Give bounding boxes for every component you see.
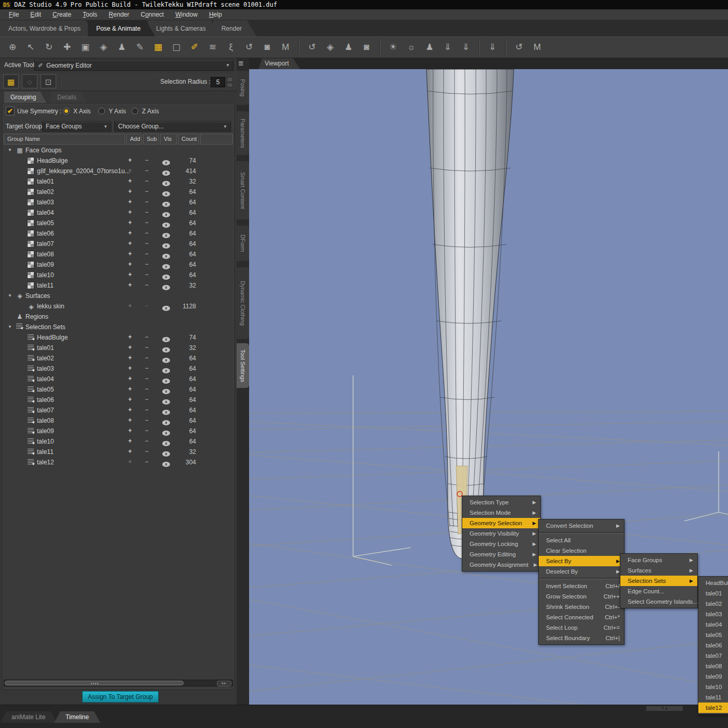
subtract-button[interactable]: −: [142, 333, 151, 341]
activity-tab-render[interactable]: Render: [213, 20, 256, 36]
menu-item-tale09[interactable]: tale09: [698, 671, 728, 682]
add-button[interactable]: +: [125, 209, 135, 216]
tree-row-tale01[interactable]: tale01+−32: [4, 176, 233, 187]
save-character-preset-icon[interactable]: ⇓: [485, 40, 500, 55]
menu-window[interactable]: Window: [170, 11, 203, 18]
add-button[interactable]: +: [125, 250, 135, 257]
subtract-button[interactable]: −: [142, 365, 151, 372]
menu-item-tale08[interactable]: tale08: [698, 661, 728, 671]
expander-icon[interactable]: ▼: [8, 148, 12, 152]
geometry-editor-tool-icon[interactable]: ✐: [187, 40, 202, 55]
tree-row-tale06[interactable]: tale06+−64: [4, 228, 233, 239]
column-header-filler[interactable]: [200, 134, 233, 145]
camera-small-icon[interactable]: ◙: [359, 40, 374, 55]
tab-animate-lite[interactable]: aniMate Lite: [0, 711, 57, 723]
menu-item-tale05[interactable]: tale05: [698, 630, 728, 640]
tab-grouping[interactable]: Grouping: [4, 92, 46, 103]
menu-item-selection-type[interactable]: Selection Type▶: [462, 497, 540, 508]
visibility-toggle[interactable]: [162, 460, 170, 469]
subtract-button[interactable]: −: [142, 406, 151, 413]
subtract-button[interactable]: −: [142, 157, 151, 164]
horizontal-scrollbar[interactable]: ◂▸: [4, 680, 233, 686]
rectangle-selection-tool-icon[interactable]: ▢: [169, 40, 184, 55]
add-button[interactable]: +: [125, 302, 135, 309]
camera-rotate-icon[interactable]: ↺: [305, 40, 319, 55]
subtract-button[interactable]: −: [142, 385, 151, 393]
add-button[interactable]: +: [125, 333, 135, 341]
tree-row-tale11[interactable]: tale11+−32: [4, 447, 233, 457]
pane-tab-posing[interactable]: Posing: [237, 71, 249, 105]
menu-item-geometry-editing[interactable]: Geometry Editing▶: [462, 549, 540, 560]
create-light-icon[interactable]: ☀: [386, 40, 400, 55]
add-button[interactable]: +: [125, 188, 135, 195]
add-button[interactable]: +: [125, 375, 135, 382]
scene-navigator-icon[interactable]: ⊕: [5, 40, 20, 55]
orbit-camera-tool-icon[interactable]: ↺: [242, 40, 256, 55]
subtract-button[interactable]: −: [142, 188, 151, 195]
subtract-button[interactable]: −: [142, 167, 151, 174]
subtract-button[interactable]: −: [142, 448, 151, 455]
subtract-button[interactable]: −: [142, 261, 151, 268]
add-button[interactable]: +: [125, 229, 135, 237]
subtract-button[interactable]: −: [142, 396, 151, 403]
add-button[interactable]: +: [125, 365, 135, 372]
menu-item-select-connected[interactable]: Select ConnectedCtrl+*: [539, 612, 624, 622]
menu-render[interactable]: Render: [103, 11, 135, 18]
pane-tab-tool-settings[interactable]: Tool Settings: [237, 343, 249, 388]
tree-row-tale10[interactable]: tale10+−64: [4, 270, 233, 280]
subtract-button[interactable]: −: [142, 281, 151, 289]
subtract-button[interactable]: −: [142, 417, 151, 424]
menu-item-geometry-selection[interactable]: Geometry Selection▶: [462, 518, 540, 528]
add-button[interactable]: +: [125, 406, 135, 413]
tree-row-headbulge[interactable]: HeadBulge+−74: [4, 332, 233, 343]
translate-tool-icon[interactable]: ✚: [60, 40, 74, 55]
pane-menu-icon[interactable]: ≣: [238, 59, 244, 67]
spot-render-tool-icon[interactable]: ◙: [260, 40, 275, 55]
tree-row-tale07[interactable]: tale07+−64: [4, 405, 233, 415]
viewport-3d[interactable]: [249, 69, 728, 705]
subtract-button[interactable]: −: [142, 354, 151, 361]
menu-item-headbulge[interactable]: HeadBulge: [698, 578, 728, 588]
column-header-count[interactable]: Count: [178, 134, 199, 145]
add-button[interactable]: +: [125, 458, 135, 465]
active-pose-tool-icon[interactable]: ◈: [96, 40, 111, 55]
active-tool-dropdown[interactable]: ✐ Geometry Editor ▼: [34, 60, 233, 71]
menu-item-select-boundary[interactable]: Select BoundaryCtrl+|: [539, 633, 624, 643]
tree-row-tale03[interactable]: tale03+−64: [4, 363, 233, 374]
add-button[interactable]: +: [125, 271, 135, 278]
subtract-button[interactable]: −: [142, 240, 151, 247]
environment-options-icon[interactable]: ☼: [404, 40, 419, 55]
tree-row-tale06[interactable]: tale06+−64: [4, 395, 233, 405]
restore-camera-icon[interactable]: ↺: [512, 40, 526, 55]
target-group-dropdown[interactable]: Face Groups ▼: [42, 121, 111, 132]
subtract-button[interactable]: −: [142, 271, 151, 278]
add-button[interactable]: +: [125, 396, 135, 403]
selection-radius-input[interactable]: 5: [211, 77, 225, 87]
scrollbar-thumb[interactable]: [5, 681, 184, 685]
use-symmetry-checkbox[interactable]: ✔: [6, 107, 15, 115]
menu-item-select-all[interactable]: Select All: [539, 535, 624, 545]
add-button[interactable]: +: [125, 177, 135, 185]
menu-item-face-groups[interactable]: Face Groups▶: [620, 555, 697, 565]
tree-row-tale03[interactable]: tale03+−64: [4, 197, 233, 207]
tree-row-tale07[interactable]: tale07+−64: [4, 239, 233, 249]
menu-help[interactable]: Help: [203, 11, 228, 18]
menu-item-tale02[interactable]: tale02: [698, 599, 728, 609]
node-selection-tool-icon[interactable]: ▦: [151, 40, 165, 55]
menu-item-tale10[interactable]: tale10: [698, 682, 728, 692]
scrollbar-arrows[interactable]: ◂▸: [217, 681, 231, 686]
add-button[interactable]: +: [125, 448, 135, 455]
tree-row-tale11[interactable]: tale11+−32: [4, 280, 233, 291]
add-button[interactable]: +: [125, 261, 135, 268]
tree-row-lekku-skin[interactable]: ◈lekku skin+−1128: [4, 301, 233, 311]
menu-item-edge-count[interactable]: Edge Count...: [620, 586, 697, 596]
figure-tool-icon[interactable]: ♟: [114, 40, 129, 55]
save-pose-preset-icon[interactable]: ⇓: [459, 40, 473, 55]
choose-group-dropdown[interactable]: Choose Group... ▼: [114, 121, 231, 132]
node-select-pointer-icon[interactable]: ↖: [23, 40, 38, 55]
subtract-button[interactable]: −: [142, 250, 151, 257]
powerpose-tool-icon[interactable]: ✎: [133, 40, 147, 55]
menu-connect[interactable]: Connect: [135, 11, 170, 18]
subtract-button[interactable]: −: [142, 198, 151, 205]
menu-item-tale04[interactable]: tale04: [698, 619, 728, 630]
